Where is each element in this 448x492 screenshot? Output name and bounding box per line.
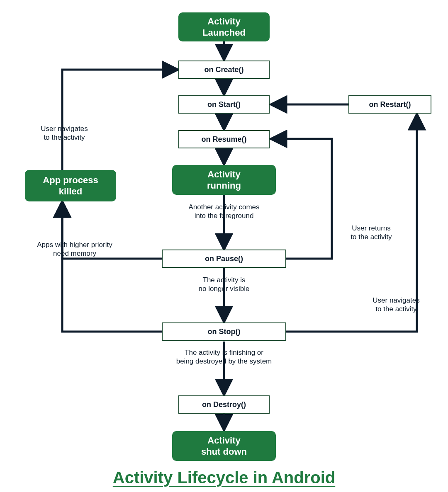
label-user-returns: User returns to the activity (336, 224, 407, 242)
node-on-restart: on Restart() (348, 95, 431, 114)
node-label: on Pause() (205, 254, 243, 264)
node-label: App process killed (43, 175, 98, 197)
label-user-navigates-right: User navigates to the activity (357, 296, 436, 314)
node-label: on Resume() (201, 135, 246, 144)
label-user-navigates-left: User navigates to the activity (29, 124, 100, 142)
node-on-create: on Create() (178, 61, 270, 79)
node-label: on Stop() (208, 327, 241, 337)
node-activity-running: Activity running (172, 165, 276, 195)
node-label: on Destroy() (202, 400, 246, 410)
label-no-longer-visible: The activity is no longer visible (178, 276, 270, 293)
node-on-stop: on Stop() (162, 322, 286, 341)
node-on-start: on Start() (178, 95, 270, 114)
label-another-activity-foreground: Another activity comes into the foregrou… (174, 203, 274, 221)
node-activity-launched: Activity Launched (178, 12, 270, 41)
node-label: Activity shut down (201, 435, 247, 458)
node-label: on Restart() (369, 100, 411, 109)
label-higher-priority-memory: Apps with higher priority need memory (25, 240, 124, 258)
node-label: on Create() (204, 65, 243, 75)
node-on-pause: on Pause() (162, 250, 286, 268)
node-label: Activity Launched (202, 16, 246, 39)
node-activity-shutdown: Activity shut down (172, 431, 276, 461)
label-activity-finishing: The activity is finishing or being destr… (166, 348, 282, 366)
node-label: on Start() (207, 100, 241, 109)
diagram-title: Activity Lifecycle in Android (0, 468, 448, 487)
node-on-resume: on Resume() (178, 130, 270, 148)
node-label: Activity running (207, 169, 241, 191)
node-app-process-killed: App process killed (25, 170, 116, 201)
node-on-destroy: on Destroy() (178, 395, 270, 414)
diagram-canvas: Activity Launched App process killed Act… (0, 0, 448, 492)
